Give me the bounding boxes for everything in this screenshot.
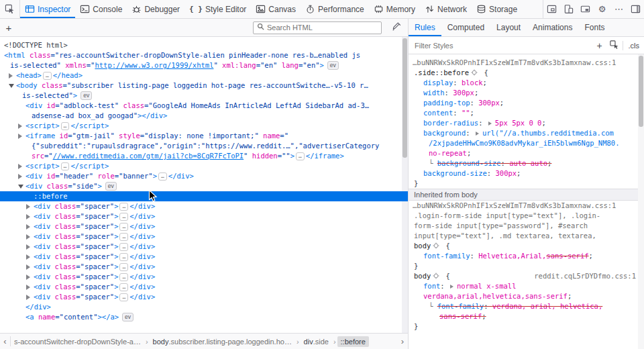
markup-node[interactable]: <div class="spacer">…</div> [0,292,408,302]
twisty-icon[interactable] [18,164,22,169]
twisty-icon[interactable] [26,244,30,250]
inspect-element-picker-button[interactable] [0,0,20,18]
sidebar-tab-fonts[interactable]: Fonts [578,19,610,36]
collapsed-text-pill[interactable]: … [119,263,128,271]
markup-node[interactable]: adsense-ad box_ad googad"></div> [0,111,408,121]
tab-debugger[interactable]: Debugger [127,0,184,18]
rule-line[interactable]: body {reddit.cqL5rDYDfmo.css:1 [409,271,644,281]
event-badge[interactable]: ev [327,61,339,70]
event-badge[interactable]: ev [122,313,133,321]
markup-node[interactable]: {"subreddit":"rupaulsdragrace","origin":… [0,141,408,151]
collapsed-text-pill[interactable]: … [119,283,128,291]
markup-node[interactable]: <script>…</script> [0,161,408,171]
rule-line[interactable]: font: normal x-small [409,281,644,291]
rule-line[interactable]: └ font-family: verdana, arial, helvetica… [409,301,644,311]
rule-line[interactable]: border-radius: 5px 5px 0 0; [409,118,644,128]
tab-styleeditor[interactable]: { }Style Editor [184,0,251,18]
tab-console[interactable]: Console [75,0,127,18]
twisty-icon[interactable] [26,224,30,230]
collapsed-text-pill[interactable]: … [43,72,52,80]
collapsed-text-pill[interactable]: … [119,223,128,231]
twisty-icon[interactable] [9,84,14,88]
markup-node[interactable]: <div class="spacer">…</div> [0,242,408,252]
markup-node[interactable]: <body class="subscriber listing-page log… [0,81,408,91]
rule-line[interactable]: body { [409,241,644,251]
breadcrumb-scroll-right-button[interactable]: › [397,336,408,346]
markup-node[interactable]: src="//www.redditmedia.com/gtm/jail?cb=8… [0,151,408,161]
twisty-icon[interactable] [26,275,30,280]
collapsed-text-pill[interactable]: … [119,233,128,241]
tab-memory[interactable]: Memory [369,0,420,18]
event-badge[interactable]: ev [80,91,92,100]
search-html-box[interactable] [253,21,382,34]
pseudo-class-panel-button[interactable] [607,40,622,52]
collapsed-text-pill[interactable]: … [61,162,70,170]
picture-in-picture-button[interactable] [577,0,594,18]
markup-node[interactable]: <div class="spacer">…</div> [0,221,408,232]
collapsed-text-pill[interactable]: … [296,152,305,160]
add-node-button[interactable]: + [0,22,17,34]
more-tools-button[interactable]: ⋯ [610,0,627,18]
expand-property-icon[interactable] [476,132,479,136]
collapsed-text-pill[interactable]: … [119,253,128,261]
event-badge[interactable]: ev [105,182,117,191]
markup-node[interactable]: <!DOCTYPE html> [0,40,408,50]
rule-line[interactable]: font-family: Helvetica,Arial,sans-serif; [409,251,644,261]
tab-canvas[interactable]: Canvas [251,0,301,18]
collapsed-text-pill[interactable]: … [61,122,70,130]
selector-highlighter-icon[interactable] [433,242,439,252]
rule-line[interactable]: .side::before { [409,68,644,78]
markup-node-selected[interactable]: ::before [0,191,408,201]
markup-node[interactable]: <head>…</head> [0,70,408,81]
rule-line[interactable]: no-repeat; [409,148,644,158]
collapsed-text-pill[interactable]: … [119,273,128,281]
rule-line[interactable]: form-side input[type="password"], #searc… [409,221,644,231]
tab-network[interactable]: Network [420,0,472,18]
rule-line[interactable]: content: ""; [409,108,644,118]
breadcrumb-item[interactable]: body.subscriber.listing-page.loggedin.ho… [150,336,295,347]
sidebar-tab-computed[interactable]: Computed [441,19,490,36]
stylesheet-link[interactable]: …buNNRWxSkROPnhIF1xSzeWImT7m8vdKs3bIamxn… [409,58,644,68]
rule-line[interactable]: └ background-size: auto auto; [409,158,644,168]
twisty-icon[interactable] [26,204,30,209]
sidebar-tab-animations[interactable]: Animations [527,19,578,36]
sidebar-tab-rules[interactable]: Rules [409,19,441,36]
twisty-icon[interactable] [26,214,30,219]
search-html-input[interactable] [267,23,378,32]
expand-property-icon[interactable] [488,121,492,126]
rule-line[interactable]: verdana,arial,helvetica,sans-serif; [409,291,644,301]
rule-line[interactable]: } [409,261,644,271]
twisty-icon[interactable] [18,123,22,129]
twisty-icon[interactable] [26,234,30,240]
markup-node[interactable]: <div id="header" role="banner">…</div> [0,171,408,181]
rule-line[interactable]: input[type="text"], .md textarea, textar… [409,231,644,241]
selector-highlighter-icon[interactable] [471,68,478,79]
tab-inspector[interactable]: Inspector [20,0,75,18]
tab-storage[interactable]: Storage [472,0,522,18]
twisty-icon[interactable] [9,73,13,79]
markup-node[interactable]: <div class="spacer">…</div> [0,252,408,262]
expand-property-icon[interactable] [450,285,453,289]
stylesheet-link[interactable]: …buNNRWxSkROPnhIF1xSzeWImT7m8vdKs3bIamxn… [409,201,644,211]
markup-node[interactable]: <a name="content"></a>ev [0,312,408,322]
markup-node[interactable]: <div class="spacer">…</div> [0,272,408,282]
markup-node[interactable]: <div class="side">ev [0,181,408,191]
select-frame-button[interactable] [543,0,560,18]
collapsed-text-pill[interactable]: … [119,203,128,211]
markup-node[interactable]: <html class="res-accountSwitcher-dropDow… [0,50,408,60]
rule-line[interactable]: background-size: 300px; [409,168,644,179]
tab-performance[interactable]: Performance [301,0,369,18]
twisty-icon[interactable] [18,134,22,139]
rule-line[interactable]: display: block; [409,78,644,88]
breadcrumb-scroll-left-button[interactable]: ‹ [0,336,11,346]
markup-node[interactable]: <div class="spacer">…</div> [0,262,408,272]
responsive-design-mode-button[interactable] [560,0,577,18]
breadcrumb-item[interactable]: s-accountSwitcher-dropDownStyle-a… [11,336,144,347]
twisty-icon[interactable] [18,185,23,189]
markup-node[interactable]: <div class="spacer">…</div> [0,211,408,221]
twisty-icon[interactable] [26,254,30,260]
twisty-icon[interactable] [26,264,30,270]
rule-line[interactable]: } [409,179,644,189]
twisty-icon[interactable] [26,285,30,290]
markup-node[interactable]: <script>…</script> [0,121,408,131]
